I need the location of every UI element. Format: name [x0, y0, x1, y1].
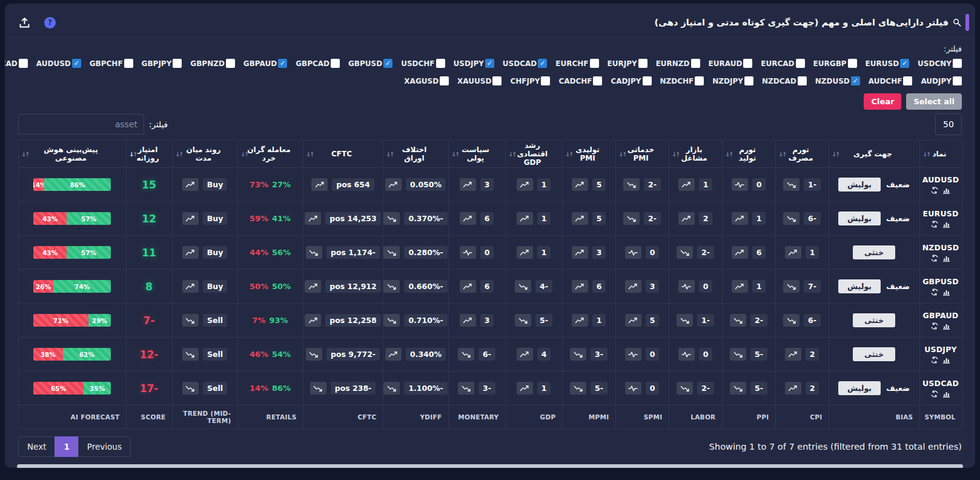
checkbox-unchecked[interactable]: [744, 76, 753, 85]
chart-icon[interactable]: [942, 288, 950, 296]
refresh-icon[interactable]: [931, 187, 938, 194]
horizontal-scrollbar[interactable]: [17, 464, 963, 468]
filter-checkbox-euraud[interactable]: EURAUD: [709, 59, 753, 68]
checkbox-unchecked[interactable]: [691, 59, 700, 68]
question-icon[interactable]: ?: [44, 17, 56, 28]
refresh-icon[interactable]: [931, 221, 938, 228]
filter-checkbox-gbpnzd[interactable]: GBPNZD: [190, 59, 235, 68]
filter-checkbox-eurjpy[interactable]: EURJPY: [608, 59, 647, 68]
column-header-bias[interactable]: ↑↓جهت گیری: [829, 141, 919, 168]
filter-checkbox-xauusd[interactable]: XAUUSD: [457, 76, 502, 85]
asset-filter-input[interactable]: [18, 114, 144, 135]
column-header-score[interactable]: ↑↓امتیاز روزانه: [126, 141, 172, 168]
column-header-ai[interactable]: ↑↓پیش‌بینی هوش مصنوعی: [18, 141, 126, 168]
checkbox-checked[interactable]: [851, 76, 860, 85]
filter-checkbox-nzdcad[interactable]: NZDCAD: [762, 76, 807, 85]
page-1-button[interactable]: 1: [55, 436, 78, 457]
chart-icon[interactable]: [942, 221, 950, 228]
filter-checkbox-nzdjpy[interactable]: NZDJPY: [712, 76, 753, 85]
filter-checkbox-chfjpy[interactable]: CHFJPY: [510, 76, 550, 85]
filter-checkbox-nzdusd[interactable]: NZDUSD: [815, 76, 860, 85]
filter-checkbox-gbpchf[interactable]: GBPCHF: [90, 59, 133, 68]
column-header-cpi[interactable]: ↑↓تورم مصرف: [775, 141, 829, 168]
column-header-ydiff[interactable]: ↑↓اختلاف اوراق: [383, 141, 448, 168]
chart-icon[interactable]: [942, 255, 950, 262]
checkbox-unchecked[interactable]: [19, 59, 28, 68]
checkbox-unchecked[interactable]: [903, 76, 912, 85]
column-header-spmi[interactable]: ↑↓خدماتی PMI: [615, 141, 669, 168]
page-size-select[interactable]: 50: [935, 113, 962, 135]
column-header-labor[interactable]: ↑↓بازار مشاغل: [669, 141, 722, 168]
checkbox-checked[interactable]: [900, 59, 909, 68]
chart-icon[interactable]: [942, 322, 950, 330]
checkbox-unchecked[interactable]: [796, 59, 805, 68]
checkbox-unchecked[interactable]: [124, 59, 133, 68]
filter-checkbox-usdchf[interactable]: USDCHF: [401, 59, 445, 68]
checkbox-unchecked[interactable]: [331, 59, 340, 68]
filter-checkbox-eurcad[interactable]: EURCAD: [761, 59, 804, 68]
refresh-icon[interactable]: [931, 255, 938, 262]
checkbox-unchecked[interactable]: [743, 59, 752, 68]
filter-checkbox-audcad[interactable]: AUDCAD: [5, 59, 28, 68]
refresh-icon[interactable]: [931, 288, 938, 296]
checkbox-unchecked[interactable]: [440, 76, 449, 85]
chart-icon[interactable]: [942, 187, 950, 194]
previous-page-button[interactable]: Previous: [78, 436, 131, 457]
column-header-mpmi[interactable]: ↑↓تولیدی PMI: [562, 141, 615, 168]
checkbox-unchecked[interactable]: [798, 76, 807, 85]
select-all-button[interactable]: Select all: [906, 93, 962, 110]
checkbox-unchecked[interactable]: [590, 59, 599, 68]
checkbox-unchecked[interactable]: [173, 59, 182, 68]
filter-checkbox-gbpjpy[interactable]: GBPJPY: [142, 59, 182, 68]
checkbox-unchecked[interactable]: [226, 59, 235, 68]
chart-icon[interactable]: [942, 356, 950, 364]
column-header-cftc[interactable]: ↑↓CFTC: [303, 141, 383, 168]
checkbox-unchecked[interactable]: [695, 76, 704, 85]
column-header-trend[interactable]: ↑↓روند میان مدت: [172, 141, 237, 168]
checkbox-unchecked[interactable]: [593, 76, 602, 85]
column-header-ppi[interactable]: ↑↓تورم تولید: [722, 141, 775, 168]
filter-checkbox-cadchf[interactable]: CADCHF: [558, 76, 602, 85]
filter-checkbox-eurchf[interactable]: EURCHF: [555, 59, 598, 68]
filter-checkbox-gbpcad[interactable]: GBPCAD: [296, 59, 340, 68]
filter-checkbox-xagusd[interactable]: XAGUSD: [404, 76, 449, 85]
refresh-icon[interactable]: [931, 322, 938, 330]
filter-checkbox-usdcny[interactable]: USDCNY: [918, 59, 962, 68]
filter-checkbox-gbpusd[interactable]: GBPUSD: [348, 59, 392, 68]
filter-checkbox-cadjpy[interactable]: CADJPY: [611, 76, 651, 85]
checkbox-checked[interactable]: [383, 59, 392, 68]
checkbox-unchecked[interactable]: [541, 76, 550, 85]
filter-checkbox-eurgbp[interactable]: EURGBP: [813, 59, 857, 68]
checkbox-unchecked[interactable]: [492, 76, 502, 85]
next-page-button[interactable]: Next: [18, 436, 55, 457]
column-header-gdp[interactable]: ↑↓رشد اقتصادی GDP: [505, 141, 562, 168]
cell-cpi: 2: [775, 338, 829, 372]
checkbox-unchecked[interactable]: [436, 59, 445, 68]
filter-checkbox-usdcad[interactable]: USDCAD: [503, 59, 547, 68]
checkbox-unchecked[interactable]: [848, 59, 857, 68]
filter-checkbox-audchf[interactable]: AUDCHF: [869, 76, 913, 85]
column-header-monetary[interactable]: ↑↓سیاست پولی: [448, 141, 505, 168]
checkbox-checked[interactable]: [485, 59, 494, 68]
filter-checkbox-eurnzd[interactable]: EURNZD: [656, 59, 700, 68]
filter-checkbox-usdjpy[interactable]: USDJPY: [454, 59, 494, 68]
filter-checkbox-nzdchf[interactable]: NZDCHF: [660, 76, 704, 85]
clear-button[interactable]: Clear: [864, 93, 901, 110]
column-header-symbol[interactable]: ↑↓نماد: [919, 141, 962, 168]
checkbox-checked[interactable]: [72, 59, 81, 68]
refresh-icon[interactable]: [931, 356, 938, 364]
checkbox-checked[interactable]: [538, 59, 547, 68]
checkbox-checked[interactable]: [278, 59, 287, 68]
filter-checkbox-gbpaud[interactable]: GBPAUD: [243, 59, 287, 68]
checkbox-unchecked[interactable]: [638, 59, 647, 68]
column-header-retails[interactable]: ↑↓معامله گران خرد: [237, 141, 303, 168]
checkbox-unchecked[interactable]: [953, 59, 962, 68]
refresh-icon[interactable]: [931, 390, 938, 398]
filter-checkbox-audjpy[interactable]: AUDJPY: [921, 76, 962, 85]
filter-checkbox-eurusd[interactable]: EURUSD: [866, 59, 910, 68]
upload-icon[interactable]: [18, 17, 31, 28]
checkbox-unchecked[interactable]: [953, 76, 962, 85]
filter-checkbox-audusd[interactable]: AUDUSD: [36, 59, 81, 68]
chart-icon[interactable]: [942, 390, 950, 398]
checkbox-unchecked[interactable]: [643, 76, 652, 85]
